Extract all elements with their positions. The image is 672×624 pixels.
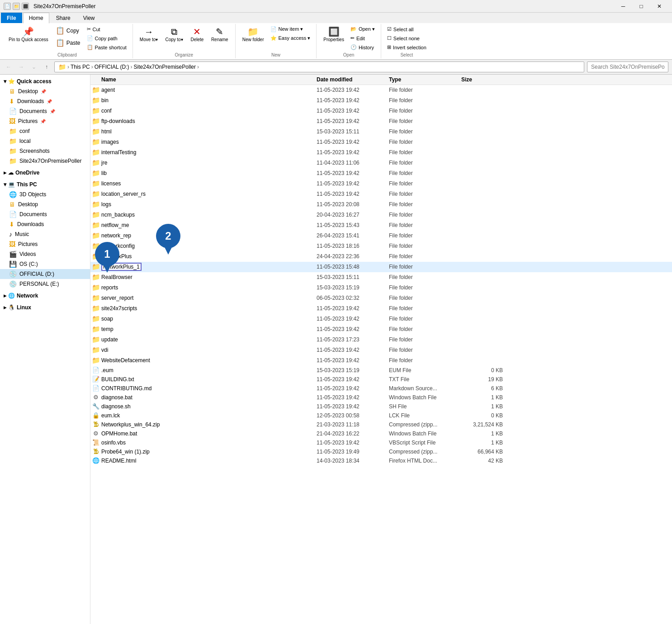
- table-row[interactable]: ⚙ OPMHome.bat 21-04-2023 16:22 Windows B…: [90, 429, 672, 438]
- sidebar-item-d-drive[interactable]: 💿 OFFICIAL (D:): [0, 269, 90, 279]
- sidebar-item-desktop-pinned[interactable]: 🖥 Desktop 📌: [0, 86, 90, 96]
- copy-to-button[interactable]: ⧉ Copy to▾: [162, 25, 186, 44]
- sidebar-item-videos[interactable]: 🎬 Videos: [0, 249, 90, 259]
- edit-button[interactable]: ✏ Edit: [348, 34, 377, 43]
- sidebar-item-3d-objects[interactable]: 🌐 3D Objects: [0, 189, 90, 199]
- col-header-size[interactable]: Size: [461, 76, 506, 83]
- path-this-pc[interactable]: This PC: [71, 64, 90, 70]
- table-row[interactable]: 📁 RealBrowser 15-03-2023 15:11 File fold…: [90, 272, 672, 283]
- path-poller[interactable]: Site24x7OnPremisePoller: [134, 64, 196, 70]
- sidebar-item-downloads[interactable]: ⬇ Downloads: [0, 219, 90, 229]
- table-row[interactable]: 📁 jre 11-04-2023 11:06 File folder: [90, 158, 672, 168]
- tab-view[interactable]: View: [77, 13, 101, 23]
- table-row[interactable]: 📁 ncm_backups 20-04-2023 16:27 File fold…: [90, 210, 672, 220]
- table-row[interactable]: 📁 networkconfig 11-05-2023 18:16 File fo…: [90, 241, 672, 251]
- table-row[interactable]: 📁 agent 11-05-2023 19:42 File folder: [90, 85, 672, 95]
- table-row[interactable]: 📁 ftp-downloads 11-05-2023 19:42 File fo…: [90, 116, 672, 127]
- sidebar-item-local[interactable]: 📁 local: [0, 136, 90, 146]
- open-button[interactable]: 📂 Open ▾: [348, 25, 377, 33]
- up-button[interactable]: ↑: [42, 62, 52, 72]
- rename-button[interactable]: ✎ Rename: [208, 25, 232, 44]
- table-row[interactable]: 📁 NetworkPlus_1 11-05-2023 15:48 File fo…: [90, 262, 672, 272]
- sidebar-item-pictures[interactable]: 🖼 Pictures: [0, 239, 90, 249]
- easy-access-button[interactable]: ⭐ Easy access ▾: [268, 34, 313, 43]
- table-row[interactable]: 📁 internalTesting 11-05-2023 19:42 File …: [90, 147, 672, 158]
- pin-to-quick-access-button[interactable]: 📌 Pin to Quick access: [5, 25, 52, 45]
- delete-button[interactable]: ✕ Delete: [187, 25, 207, 44]
- table-row[interactable]: 📁 lib 11-05-2023 19:42 File folder: [90, 168, 672, 179]
- table-row[interactable]: 🌐 README.html 14-03-2023 18:34 Firefox H…: [90, 456, 672, 465]
- sidebar-item-downloads-pinned[interactable]: ⬇ Downloads 📌: [0, 96, 90, 106]
- maximize-button[interactable]: □: [632, 0, 650, 13]
- back-button[interactable]: ←: [4, 62, 14, 72]
- col-header-type[interactable]: Type: [389, 76, 461, 83]
- sidebar-header-onedrive[interactable]: ▸ ☁ OneDrive: [0, 168, 90, 178]
- table-row[interactable]: 📁 images 11-05-2023 19:42 File folder: [90, 137, 672, 147]
- table-row[interactable]: 📁 licenses 11-05-2023 19:42 File folder: [90, 179, 672, 189]
- sidebar-item-e-drive[interactable]: 💿 PERSONAL (E:): [0, 279, 90, 289]
- sidebar-header-quickaccess[interactable]: ▾ ⭐ Quick access: [0, 76, 90, 86]
- paste-button[interactable]: 📋 Paste: [52, 37, 84, 49]
- table-row[interactable]: 📁 vdi 11-05-2023 19:42 File folder: [90, 345, 672, 355]
- new-folder-button[interactable]: 📁 New folder: [239, 25, 267, 44]
- table-row[interactable]: 📁 site24x7scripts 11-05-2023 19:42 File …: [90, 303, 672, 314]
- sidebar-item-conf[interactable]: 📁 conf: [0, 126, 90, 136]
- sidebar-item-desktop[interactable]: 🖥 Desktop: [0, 199, 90, 209]
- table-row[interactable]: ⚙ diagnose.bat 11-05-2023 19:42 Windows …: [90, 393, 672, 402]
- table-row[interactable]: 📁 network_rep 26-04-2023 15:41 File fold…: [90, 231, 672, 241]
- search-input[interactable]: [587, 61, 668, 72]
- move-to-button[interactable]: → Move to▾: [137, 25, 161, 44]
- table-row[interactable]: 📁 netflow_me 11-05-2023 15:43 File folde…: [90, 220, 672, 231]
- forward-button[interactable]: →: [16, 62, 26, 72]
- table-row[interactable]: 📜 osinfo.vbs 11-05-2023 19:42 VBScript S…: [90, 438, 672, 447]
- tab-file[interactable]: File: [1, 13, 22, 23]
- properties-button[interactable]: 🔲 Properties: [320, 25, 347, 44]
- sidebar-item-screenshots[interactable]: 📁 Screenshots: [0, 146, 90, 156]
- table-row[interactable]: 📁 temp 11-05-2023 19:42 File folder: [90, 324, 672, 335]
- sidebar-item-c-drive[interactable]: 💾 OS (C:): [0, 259, 90, 269]
- paste-shortcut-button[interactable]: 📋 Paste shortcut: [85, 43, 129, 52]
- table-row[interactable]: 🗜 Networkplus_win_64.zip 21-03-2023 11:1…: [90, 420, 672, 429]
- table-row[interactable]: 📁 logs 11-05-2023 20:08 File folder: [90, 199, 672, 210]
- history-button[interactable]: 🕐 History: [348, 43, 377, 52]
- cut-button[interactable]: ✂ Cut: [85, 25, 129, 33]
- table-row[interactable]: 📁 reports 15-03-2023 15:19 File folder: [90, 283, 672, 293]
- table-row[interactable]: 📁 bin 11-05-2023 19:42 File folder: [90, 95, 672, 106]
- copy-button[interactable]: 📋 Copy: [52, 25, 84, 37]
- tab-home[interactable]: Home: [23, 13, 49, 24]
- sidebar-header-thispc[interactable]: ▾ 💻 This PC: [0, 180, 90, 189]
- table-row[interactable]: 📄 CONTRIBUTING.md 11-05-2023 19:42 Markd…: [90, 384, 672, 393]
- sidebar-header-linux[interactable]: ▸ 🐧 Linux: [0, 303, 90, 312]
- table-row[interactable]: 📁 update 11-05-2023 17:23 File folder: [90, 335, 672, 345]
- path-official[interactable]: OFFICIAL (D:): [95, 64, 129, 70]
- invert-selection-button[interactable]: ⊞ Invert selection: [385, 43, 429, 52]
- sidebar-item-documents[interactable]: 📄 Documents: [0, 209, 90, 219]
- table-row[interactable]: 📝 BUILDING.txt 11-05-2023 19:42 TXT File…: [90, 375, 672, 384]
- sidebar-item-documents-pinned[interactable]: 📄 Documents 📌: [0, 106, 90, 116]
- col-header-name[interactable]: Name: [90, 76, 317, 83]
- sidebar-header-network[interactable]: ▸ 🌐 Network: [0, 291, 90, 301]
- recent-button[interactable]: ⌄: [29, 62, 39, 72]
- select-none-button[interactable]: ☐ Select none: [385, 34, 429, 43]
- table-row[interactable]: 📄 .eum 15-03-2023 15:19 EUM File 0 KB: [90, 366, 672, 375]
- rename-input[interactable]: NetworkPlus_1: [101, 263, 142, 271]
- copy-path-button[interactable]: 📄 Copy path: [85, 34, 129, 43]
- table-row[interactable]: 🗜 Probe64_win (1).zip 11-05-2023 19:49 C…: [90, 447, 672, 456]
- table-row[interactable]: 📁 server_report 06-05-2023 02:32 File fo…: [90, 293, 672, 303]
- minimize-button[interactable]: ─: [614, 0, 632, 13]
- sidebar-item-poller[interactable]: 📁 Site24x7OnPremisePoller: [0, 156, 90, 166]
- table-row[interactable]: 🔒 eum.lck 12-05-2023 00:58 LCK File 0 KB: [90, 411, 672, 420]
- sidebar-item-pictures-pinned[interactable]: 🖼 Pictures 📌: [0, 116, 90, 126]
- new-item-button[interactable]: 📄 New item ▾: [268, 25, 313, 33]
- table-row[interactable]: 📁 conf 11-05-2023 19:42 File folder: [90, 106, 672, 116]
- table-row[interactable]: 📁 html 15-03-2023 15:11 File folder: [90, 127, 672, 137]
- table-row[interactable]: 📁 location_server_rs 11-05-2023 19:42 Fi…: [90, 189, 672, 199]
- col-header-date[interactable]: Date modified: [317, 76, 389, 83]
- table-row[interactable]: 📁 WebsiteDefacement 11-05-2023 19:42 Fil…: [90, 355, 672, 366]
- close-button[interactable]: ✕: [650, 0, 668, 13]
- table-row[interactable]: 📁 NetworkPlus 24-04-2023 22:36 File fold…: [90, 251, 672, 262]
- table-row[interactable]: 🔧 diagnose.sh 11-05-2023 19:42 SH File 1…: [90, 402, 672, 411]
- sidebar-item-music[interactable]: ♪ Music: [0, 229, 90, 239]
- tab-share[interactable]: Share: [50, 13, 76, 23]
- select-all-button[interactable]: ☑ Select all: [385, 25, 429, 33]
